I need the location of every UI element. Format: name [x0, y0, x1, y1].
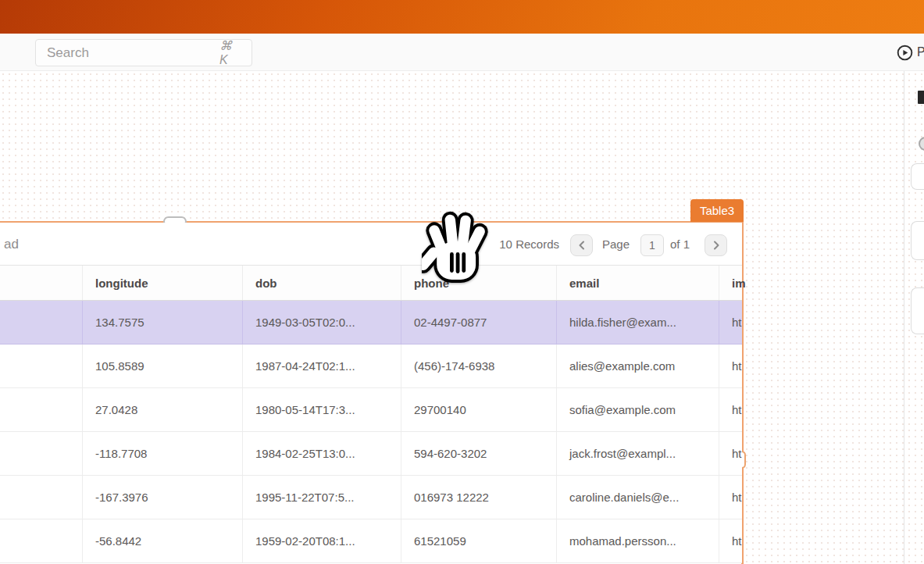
column-header-longitude[interactable]: longitude: [82, 266, 242, 300]
chevron-left-icon: [578, 241, 586, 250]
cell-hidden: [0, 344, 82, 387]
cell-longitude: -56.8442: [82, 519, 242, 562]
page-label: Page: [602, 237, 630, 251]
search-box[interactable]: ⌘ K: [35, 39, 252, 66]
app-window: ⌘ K P Table3 ad 10 Records Page of 1: [0, 0, 924, 564]
cell-image: ht: [719, 476, 742, 519]
hand-cursor-icon: [422, 202, 497, 286]
cell-phone: 29700140: [401, 388, 556, 431]
cell-image: ht: [719, 344, 742, 387]
table-row[interactable]: -118.7708 1984-02-25T13:0... 594-620-320…: [0, 432, 742, 476]
widget-name-tab[interactable]: Table3: [690, 199, 744, 222]
property-pane-divider: [904, 71, 904, 564]
cell-longitude: 105.8589: [82, 344, 242, 387]
table-row[interactable]: 105.8589 1987-04-24T02:1... (456)-174-69…: [0, 344, 742, 388]
search-input[interactable]: [36, 45, 219, 61]
cell-phone: 016973 12222: [401, 476, 556, 519]
column-header[interactable]: [0, 266, 82, 300]
record-count: 10 Records: [499, 237, 559, 251]
table-row[interactable]: -56.8442 1959-02-20T08:1... 61521059 moh…: [0, 519, 742, 563]
table-header-row: longitude dob phone email im: [0, 266, 742, 301]
cell-email: alies@example.com: [556, 344, 719, 387]
cell-longitude: -118.7708: [82, 432, 242, 475]
search-shortcut-hint: ⌘ K: [219, 38, 252, 67]
column-header-email[interactable]: email: [556, 266, 719, 300]
cell-hidden: [0, 301, 82, 344]
property-pane-field-2[interactable]: [911, 221, 924, 260]
page-total: of 1: [670, 237, 690, 251]
cell-hidden: [0, 388, 82, 431]
cell-dob: 1995-11-22T07:5...: [242, 476, 401, 519]
app-topbar: [0, 0, 924, 34]
cell-hidden: [0, 519, 82, 562]
next-page-button[interactable]: [705, 234, 727, 256]
cell-image: ht: [719, 432, 742, 475]
table-toolbar: ad 10 Records Page of 1: [0, 223, 742, 266]
page-number-input[interactable]: [640, 234, 664, 256]
cell-image: ht: [719, 301, 742, 344]
cell-phone: 02-4497-0877: [401, 301, 556, 344]
column-header-image[interactable]: im: [719, 266, 742, 300]
cell-hidden: [0, 476, 82, 519]
cell-longitude: 27.0428: [82, 388, 242, 431]
cell-dob: 1980-05-14T17:3...: [242, 388, 401, 431]
app-header: ⌘ K P: [0, 34, 924, 71]
property-pane-field-1[interactable]: [911, 163, 924, 190]
cell-longitude: 134.7575: [82, 301, 242, 344]
cell-phone: 594-620-3202: [401, 432, 556, 475]
cell-longitude: -167.3976: [82, 476, 242, 519]
cell-phone: (456)-174-6938: [401, 344, 556, 387]
cell-email: sofia@example.com: [556, 388, 719, 431]
cell-email: caroline.daniels@e...: [556, 476, 719, 519]
cell-image: ht: [719, 388, 742, 431]
cell-email: jack.frost@exampl...: [556, 432, 719, 475]
table-row[interactable]: -167.3976 1995-11-22T07:5... 016973 1222…: [0, 476, 742, 519]
preview-label: P: [917, 45, 924, 59]
property-pane-field-3[interactable]: [911, 287, 924, 334]
table-row[interactable]: 27.0428 1980-05-14T17:3... 29700140 sofi…: [0, 388, 742, 432]
cell-dob: 1987-04-24T02:1...: [242, 344, 401, 387]
toolbar-partial-text: ad: [4, 237, 19, 252]
cell-dob: 1984-02-25T13:0...: [242, 432, 401, 475]
cell-dob: 1949-03-05T02:0...: [242, 301, 401, 344]
cell-email: hilda.fisher@exam...: [556, 301, 719, 344]
column-header-dob[interactable]: dob: [242, 266, 401, 300]
prev-page-button[interactable]: [570, 234, 593, 256]
cell-hidden: [0, 432, 82, 475]
cell-image: ht: [719, 519, 742, 562]
play-icon: [897, 45, 913, 61]
chevron-right-icon: [712, 241, 720, 250]
property-pane-heading-fragment: [918, 91, 924, 104]
cell-dob: 1959-02-20T08:1...: [242, 519, 401, 562]
preview-button[interactable]: P: [897, 41, 924, 64]
cell-email: mohamad.persson...: [556, 519, 719, 562]
table-row[interactable]: 134.7575 1949-03-05T02:0... 02-4497-0877…: [0, 301, 742, 344]
cell-phone: 61521059: [401, 519, 556, 562]
